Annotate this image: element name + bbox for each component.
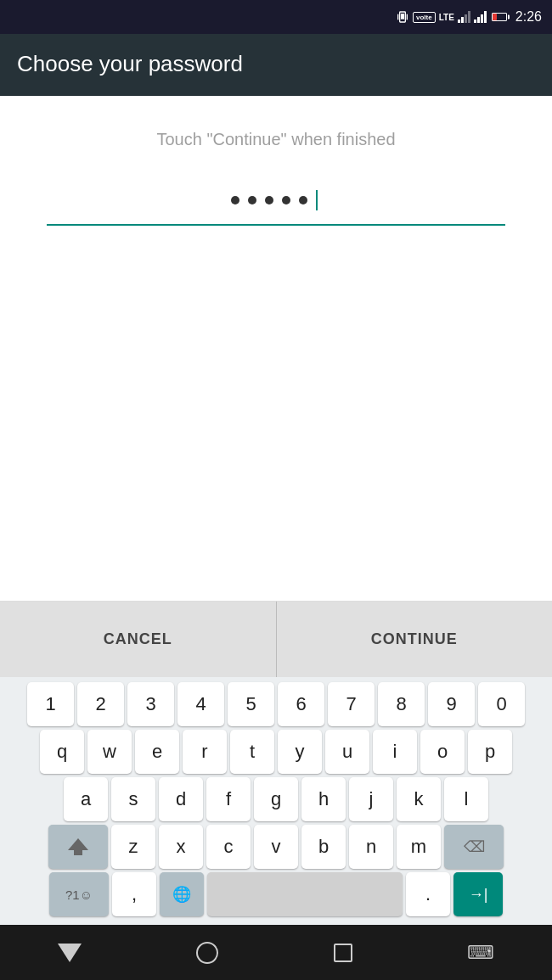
key-g[interactable]: g — [254, 777, 298, 821]
key-k[interactable]: k — [397, 777, 441, 821]
key-m[interactable]: m — [397, 825, 441, 869]
comma-key[interactable]: , — [112, 872, 156, 916]
symbols-key[interactable]: ?1☺ — [49, 872, 109, 916]
dot-4 — [282, 196, 290, 204]
keyboard-icon: ⌨ — [467, 942, 494, 964]
content-area: Touch "Continue" when finished — [0, 96, 552, 601]
backspace-icon: ⌫ — [464, 837, 485, 856]
key-3[interactable]: 3 — [127, 682, 174, 726]
key-h[interactable]: h — [301, 777, 346, 821]
signal-icon-2 — [474, 11, 487, 23]
key-9[interactable]: 9 — [428, 682, 475, 726]
shift-icon — [68, 838, 88, 855]
key-n[interactable]: n — [349, 825, 393, 869]
key-v[interactable]: v — [254, 825, 298, 869]
action-buttons: CANCEL CONTINUE — [0, 601, 552, 677]
keyboard: 1 2 3 4 5 6 7 8 9 0 q w e r t y u i o p … — [0, 677, 552, 925]
back-icon — [58, 944, 82, 962]
home-button[interactable] — [196, 942, 218, 964]
keyboard-row-zxcv: z x c v b n m ⌫ — [0, 825, 552, 869]
svg-rect-3 — [407, 14, 408, 20]
keyboard-switch-button[interactable]: ⌨ — [467, 942, 494, 964]
key-7[interactable]: 7 — [328, 682, 375, 726]
keyboard-row-qwerty: q w e r t y u i o p — [0, 730, 552, 774]
cancel-button[interactable]: CANCEL — [0, 602, 277, 677]
key-u[interactable]: u — [325, 730, 369, 774]
enter-key[interactable]: →| — [453, 872, 503, 916]
key-5[interactable]: 5 — [228, 682, 274, 726]
key-1[interactable]: 1 — [27, 682, 74, 726]
space-key[interactable] — [207, 872, 403, 916]
password-dots — [47, 183, 505, 217]
key-j[interactable]: j — [349, 777, 393, 821]
key-o[interactable]: o — [420, 730, 465, 774]
status-icons: volte LTE — [396, 10, 507, 24]
key-q[interactable]: q — [40, 730, 84, 774]
status-bar: volte LTE 2:26 — [0, 0, 552, 34]
dot-5 — [299, 196, 307, 204]
key-8[interactable]: 8 — [378, 682, 425, 726]
input-underline — [47, 224, 505, 226]
key-2[interactable]: 2 — [77, 682, 124, 726]
shift-key[interactable] — [48, 825, 108, 869]
key-b[interactable]: b — [301, 825, 346, 869]
period-key[interactable]: . — [406, 872, 450, 916]
key-z[interactable]: z — [111, 825, 155, 869]
key-x[interactable]: x — [159, 825, 203, 869]
key-y[interactable]: y — [278, 730, 322, 774]
page-title: Choose your password — [17, 51, 243, 76]
dot-3 — [265, 196, 273, 204]
lte-label: LTE — [439, 13, 454, 22]
back-button[interactable] — [58, 944, 82, 962]
text-cursor — [316, 190, 318, 210]
key-l[interactable]: l — [444, 777, 488, 821]
key-s[interactable]: s — [111, 777, 155, 821]
status-time: 2:26 — [515, 9, 542, 25]
key-t[interactable]: t — [230, 730, 274, 774]
key-0[interactable]: 0 — [478, 682, 525, 726]
svg-rect-2 — [397, 14, 398, 20]
key-6[interactable]: 6 — [278, 682, 324, 726]
vibrate-icon — [396, 10, 409, 24]
volte-badge: volte — [413, 12, 436, 23]
key-a[interactable]: a — [64, 777, 108, 821]
key-c[interactable]: c — [206, 825, 251, 869]
key-i[interactable]: i — [373, 730, 417, 774]
key-p[interactable]: p — [468, 730, 512, 774]
keyboard-row-asdf: a s d f g h j k l — [0, 777, 552, 821]
keyboard-row-numbers: 1 2 3 4 5 6 7 8 9 0 — [0, 682, 552, 726]
key-f[interactable]: f — [206, 777, 251, 821]
status-bar-right: volte LTE 2:26 — [396, 9, 542, 25]
key-r[interactable]: r — [183, 730, 227, 774]
battery-icon — [492, 13, 507, 21]
keyboard-row-bottom: ?1☺ , 🌐 . →| — [0, 872, 552, 916]
svg-rect-1 — [401, 14, 404, 20]
backspace-key[interactable]: ⌫ — [444, 825, 504, 869]
instruction-text: Touch "Continue" when finished — [156, 130, 395, 149]
dot-2 — [248, 196, 256, 204]
globe-key[interactable]: 🌐 — [160, 872, 204, 916]
key-e[interactable]: e — [135, 730, 179, 774]
header: Choose your password — [0, 34, 552, 96]
key-d[interactable]: d — [159, 777, 203, 821]
recents-button[interactable] — [334, 944, 352, 962]
recents-icon — [334, 944, 352, 962]
password-field[interactable] — [47, 183, 505, 217]
signal-icon-1 — [458, 11, 470, 23]
key-4[interactable]: 4 — [177, 682, 224, 726]
bottom-nav: ⌨ — [0, 925, 552, 980]
continue-button[interactable]: CONTINUE — [277, 602, 553, 677]
dot-1 — [231, 196, 239, 204]
key-w[interactable]: w — [87, 730, 132, 774]
home-icon — [196, 942, 218, 964]
